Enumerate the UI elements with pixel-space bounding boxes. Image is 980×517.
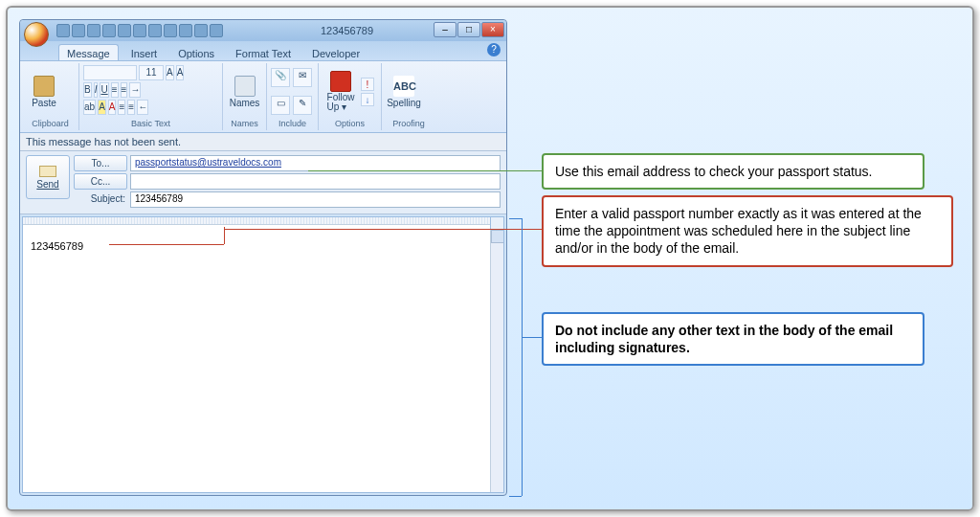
cc-field[interactable] xyxy=(130,173,501,190)
grow-font-icon[interactable]: A xyxy=(166,65,174,80)
business-card-icon[interactable]: ▭ xyxy=(271,96,290,115)
to-button[interactable]: To... xyxy=(74,155,127,171)
outdent-button[interactable]: ← xyxy=(137,100,148,115)
low-importance-icon[interactable]: ↓ xyxy=(361,93,374,106)
tab-options[interactable]: Options xyxy=(169,44,223,60)
envelope-icon xyxy=(39,166,56,177)
group-names-label: Names xyxy=(227,118,262,128)
office-button[interactable] xyxy=(24,22,49,47)
callout-no-other-text: Do not include any other text in the bod… xyxy=(542,312,924,366)
compose-body[interactable]: 123456789 xyxy=(22,216,504,493)
connector-blue-v xyxy=(522,218,523,496)
abc-icon: ABC xyxy=(393,76,414,97)
ribbon-tabs: Message Insert Options Format Text Devel… xyxy=(20,41,506,60)
group-options-label: Options xyxy=(323,118,377,128)
group-include: 📎 ✉ ▭ ✎ Include xyxy=(267,63,319,130)
send-button[interactable]: Send xyxy=(26,155,70,199)
minimize-button[interactable]: – xyxy=(434,22,457,37)
font-size-dropdown[interactable]: 11 xyxy=(139,65,164,80)
italic-button[interactable]: I xyxy=(94,82,99,98)
diagram-container: 123456789 – □ × Message Insert Options F… xyxy=(6,6,974,511)
callout-passport-number: Enter a valid passport number exactly as… xyxy=(542,195,953,267)
numbering-button[interactable]: ≡ xyxy=(121,82,128,98)
qat-icon-4[interactable] xyxy=(194,24,208,37)
qat-icon-3[interactable] xyxy=(179,24,192,37)
scroll-up-icon[interactable] xyxy=(491,230,504,243)
signature-icon[interactable]: ✎ xyxy=(293,96,312,115)
shrink-font-icon[interactable]: A xyxy=(176,65,185,80)
qat-icon-2[interactable] xyxy=(164,24,177,37)
clipboard-icon xyxy=(33,76,55,97)
connector-green xyxy=(308,170,542,171)
paste-button[interactable]: Paste xyxy=(26,76,62,108)
attach-item-icon[interactable]: ✉ xyxy=(293,68,312,87)
group-clipboard-label: Clipboard xyxy=(26,118,75,128)
align-center-button[interactable]: ≡ xyxy=(127,100,135,115)
bold-button[interactable]: B xyxy=(83,82,92,98)
maximize-button[interactable]: □ xyxy=(457,22,480,37)
qat-print-icon[interactable] xyxy=(133,24,146,37)
compose-header: Send To... passportstatus@ustraveldocs.c… xyxy=(20,151,506,214)
tab-message[interactable]: Message xyxy=(58,44,119,60)
font-name-dropdown[interactable] xyxy=(83,65,137,80)
qat-prev-icon[interactable] xyxy=(102,24,116,37)
info-bar: This message has not been sent. xyxy=(20,133,506,151)
ribbon: Paste Clipboard 11 A A B I U xyxy=(20,60,506,133)
compose-fields: To... passportstatus@ustraveldocs.com Cc… xyxy=(74,155,501,208)
group-options: Follow Up ▾ ! ↓ Options xyxy=(319,63,382,130)
connector-red-h2 xyxy=(224,229,542,230)
paste-label: Paste xyxy=(32,98,56,108)
qat-redo-icon[interactable] xyxy=(87,24,100,37)
titlebar: 123456789 – □ × xyxy=(20,20,506,41)
help-icon[interactable]: ? xyxy=(487,43,501,56)
tab-insert[interactable]: Insert xyxy=(122,44,167,60)
tab-format-text[interactable]: Format Text xyxy=(227,44,300,60)
callout-email-address: Use this email address to check your pas… xyxy=(542,153,924,190)
subject-field[interactable]: 123456789 xyxy=(130,191,501,208)
to-field[interactable]: passportstatus@ustraveldocs.com xyxy=(130,155,501,171)
ruler-toggle-icon[interactable] xyxy=(490,216,504,230)
high-importance-icon[interactable]: ! xyxy=(361,78,374,91)
spelling-button[interactable]: ABC Spelling xyxy=(386,76,422,108)
body-text: 123456789 xyxy=(31,240,496,252)
qat-more-icon[interactable] xyxy=(210,24,223,37)
qat-save-icon[interactable] xyxy=(56,24,70,37)
group-clipboard: Paste Clipboard xyxy=(22,63,79,130)
spelling-label: Spelling xyxy=(387,98,421,108)
connector-red-h1 xyxy=(109,244,224,245)
underline-button[interactable]: U xyxy=(100,82,108,98)
group-names: Names Names xyxy=(223,63,267,130)
group-proofing-label: Proofing xyxy=(386,118,432,128)
qat-icon-1[interactable] xyxy=(148,24,162,37)
group-basictext-label: Basic Text xyxy=(83,118,218,128)
subject-label: Subject: xyxy=(74,191,127,208)
group-proofing: ABC Spelling Proofing xyxy=(382,63,435,130)
cc-button[interactable]: Cc... xyxy=(74,173,127,190)
names-button[interactable]: Names xyxy=(227,76,262,108)
flag-icon xyxy=(330,71,351,92)
group-include-label: Include xyxy=(271,118,314,128)
tab-developer[interactable]: Developer xyxy=(303,44,368,60)
qat-undo-icon[interactable] xyxy=(72,24,85,37)
group-basic-text: 11 A A B I U ≡ ≡ → ab A xyxy=(79,63,223,130)
indent-button[interactable]: → xyxy=(129,82,141,98)
outlook-compose-window: 123456789 – □ × Message Insert Options F… xyxy=(19,19,507,496)
highlight-button[interactable]: A xyxy=(98,100,106,115)
align-left-button[interactable]: ≡ xyxy=(118,100,125,115)
connector-blue-bot xyxy=(509,496,522,497)
scrollbar[interactable] xyxy=(490,230,504,493)
strike-button[interactable]: ab xyxy=(83,100,96,115)
connector-blue-out xyxy=(522,337,542,338)
close-button[interactable]: × xyxy=(481,22,504,37)
font-color-button[interactable]: A xyxy=(108,100,117,115)
bullets-button[interactable]: ≡ xyxy=(111,82,119,98)
attach-file-icon[interactable]: 📎 xyxy=(271,68,290,87)
connector-blue-top xyxy=(509,218,522,219)
followup-button[interactable]: Follow Up ▾ xyxy=(323,71,359,112)
window-buttons: – □ × xyxy=(434,22,504,37)
qat-next-icon[interactable] xyxy=(118,24,131,37)
quick-access-toolbar xyxy=(56,24,223,37)
followup-label: Follow Up ▾ xyxy=(327,93,355,112)
address-book-icon xyxy=(234,76,256,97)
send-label: Send xyxy=(36,179,58,190)
